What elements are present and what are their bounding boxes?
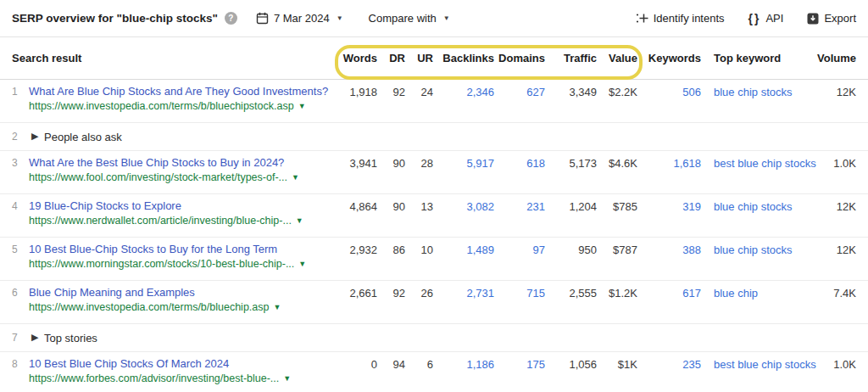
search-result-cell: Blue Chip Meaning and Examples https://w… xyxy=(29,285,281,314)
traffic-cell: 1,204 xyxy=(569,200,597,213)
expand-triangle-icon[interactable]: ▶ xyxy=(31,131,38,142)
col-header-backlinks: Backlinks xyxy=(442,52,494,64)
backlinks-link[interactable]: 5,917 xyxy=(466,157,494,170)
table-row: 3 What Are the Best Blue Chip Stocks to … xyxy=(0,151,868,194)
domains-link[interactable]: 618 xyxy=(526,157,545,170)
url-dropdown-caret-icon[interactable]: ▼ xyxy=(298,260,306,268)
expand-triangle-icon[interactable]: ▶ xyxy=(31,332,38,343)
domains-link[interactable]: 97 xyxy=(533,244,545,256)
export-label: Export xyxy=(824,12,856,25)
row-number: 1 xyxy=(12,86,18,98)
value-cell: $785 xyxy=(613,200,637,213)
domains-link[interactable]: 627 xyxy=(526,86,545,98)
dr-cell: 94 xyxy=(393,358,405,371)
value-cell: $1K xyxy=(618,358,637,371)
table-body: 1 What Are Blue Chip Stocks and Are They… xyxy=(0,80,868,392)
result-url-link[interactable]: https://www.investopedia.com/terms/b/blu… xyxy=(29,300,269,314)
top-keyword-link[interactable]: blue chip stocks xyxy=(714,200,793,213)
traffic-cell: 3,349 xyxy=(569,86,597,98)
result-url-link[interactable]: https://www.nerdwallet.com/article/inves… xyxy=(29,214,292,227)
search-result-cell: What Are the Best Blue Chip Stocks to Bu… xyxy=(29,155,299,184)
top-keyword-link[interactable]: blue chip stocks xyxy=(714,244,793,256)
keywords-link[interactable]: 235 xyxy=(682,358,701,371)
backlinks-link[interactable]: 3,082 xyxy=(466,200,494,213)
words-cell: 4,864 xyxy=(349,200,377,213)
col-header-top-keyword: Top keyword xyxy=(714,52,781,64)
result-title-link[interactable]: 19 Blue-Chip Stocks to Explore xyxy=(29,199,303,213)
result-title-link[interactable]: 10 Best Blue-Chip Stocks to Buy for the … xyxy=(29,242,306,256)
url-dropdown-caret-icon[interactable]: ▼ xyxy=(283,375,291,383)
backlinks-link[interactable]: 1,489 xyxy=(466,244,494,256)
table-row: 5 10 Best Blue-Chip Stocks to Buy for th… xyxy=(0,238,868,281)
top-keyword-link[interactable]: best blue chip stocks xyxy=(714,358,816,371)
keywords-link[interactable]: 319 xyxy=(682,200,701,213)
backlinks-link[interactable]: 2,731 xyxy=(466,287,494,300)
date-label: 7 Mar 2024 xyxy=(274,12,330,25)
result-title-link[interactable]: 10 Best Blue Chip Stocks Of March 2024 xyxy=(29,356,291,371)
top-keyword-link[interactable]: blue chip stocks xyxy=(714,86,793,98)
volume-cell: 1.0K xyxy=(833,358,856,371)
volume-cell: 1.0K xyxy=(833,157,856,170)
ur-cell: 24 xyxy=(421,86,433,98)
serp-feature-label[interactable]: Top stories xyxy=(44,332,97,344)
result-url-link[interactable]: https://www.morningstar.com/stocks/10-be… xyxy=(29,257,294,271)
search-result-cell: 10 Best Blue Chip Stocks Of March 2024 h… xyxy=(29,356,291,385)
keywords-link[interactable]: 388 xyxy=(682,244,701,256)
url-dropdown-caret-icon[interactable]: ▼ xyxy=(298,103,306,110)
url-dropdown-caret-icon[interactable]: ▼ xyxy=(273,304,281,311)
domains-link[interactable]: 175 xyxy=(526,358,545,371)
curly-braces-icon: {} xyxy=(748,12,761,25)
serp-feature-label[interactable]: People also ask xyxy=(44,131,122,143)
export-download-icon xyxy=(807,13,819,25)
col-header-value: Value xyxy=(609,52,637,64)
result-url-link[interactable]: https://www.investopedia.com/terms/b/blu… xyxy=(29,99,294,113)
keywords-link[interactable]: 1,618 xyxy=(673,157,701,170)
api-label: API xyxy=(765,12,783,25)
result-url-link[interactable]: https://www.forbes.com/advisor/investing… xyxy=(29,372,279,385)
row-number: 6 xyxy=(12,287,18,299)
backlinks-link[interactable]: 1,186 xyxy=(466,358,494,371)
volume-cell: 12K xyxy=(837,86,856,98)
compare-with-button[interactable]: Compare with ▼ xyxy=(369,12,450,25)
search-result-cell: 10 Best Blue-Chip Stocks to Buy for the … xyxy=(29,242,306,271)
col-header-ur: UR xyxy=(417,52,433,64)
ur-cell: 13 xyxy=(421,200,433,213)
result-url-link[interactable]: https://www.fool.com/investing/stock-mar… xyxy=(29,171,287,184)
words-cell: 0 xyxy=(371,358,377,371)
dr-cell: 92 xyxy=(393,287,405,300)
date-picker-button[interactable]: 7 Mar 2024 ▼ xyxy=(256,12,343,25)
row-number: 4 xyxy=(12,200,18,212)
url-dropdown-caret-icon[interactable]: ▼ xyxy=(292,174,299,182)
url-dropdown-caret-icon[interactable]: ▼ xyxy=(296,217,303,225)
result-title-link[interactable]: What Are Blue Chip Stocks and Are They G… xyxy=(29,84,328,98)
api-button[interactable]: {} API xyxy=(748,12,784,25)
domains-link[interactable]: 231 xyxy=(526,200,545,213)
help-icon[interactable]: ? xyxy=(225,12,237,25)
top-keyword-link[interactable]: blue chip xyxy=(714,287,758,300)
identify-intents-button[interactable]: Identify intents xyxy=(636,12,725,25)
ur-cell: 6 xyxy=(427,358,433,371)
chevron-down-icon: ▼ xyxy=(443,15,450,22)
backlinks-link[interactable]: 2,346 xyxy=(466,86,494,98)
col-header-volume: Volume xyxy=(817,52,856,64)
col-header-domains: Domains xyxy=(498,52,545,64)
table-row: 1 What Are Blue Chip Stocks and Are They… xyxy=(0,80,868,123)
serp-feature-row: 2 ▶ People also ask xyxy=(0,123,868,151)
domains-link[interactable]: 715 xyxy=(526,287,545,300)
col-header-dr: DR xyxy=(389,52,405,64)
col-header-traffic: Traffic xyxy=(564,52,597,64)
export-button[interactable]: Export xyxy=(807,12,856,25)
keywords-link[interactable]: 617 xyxy=(682,287,701,300)
ur-cell: 26 xyxy=(421,287,433,300)
top-keyword-link[interactable]: best blue chip stocks xyxy=(714,157,816,170)
result-title-link[interactable]: Blue Chip Meaning and Examples xyxy=(29,285,281,300)
traffic-cell: 2,555 xyxy=(569,287,597,300)
words-cell: 3,941 xyxy=(349,157,377,170)
dr-cell: 90 xyxy=(393,157,405,170)
keywords-link[interactable]: 506 xyxy=(682,86,701,98)
result-title-link[interactable]: What Are the Best Blue Chip Stocks to Bu… xyxy=(29,155,299,170)
row-number: 8 xyxy=(12,358,18,370)
search-result-cell: What Are Blue Chip Stocks and Are They G… xyxy=(29,84,328,113)
value-cell: $1.2K xyxy=(609,287,637,300)
row-number: 7 xyxy=(12,332,18,344)
